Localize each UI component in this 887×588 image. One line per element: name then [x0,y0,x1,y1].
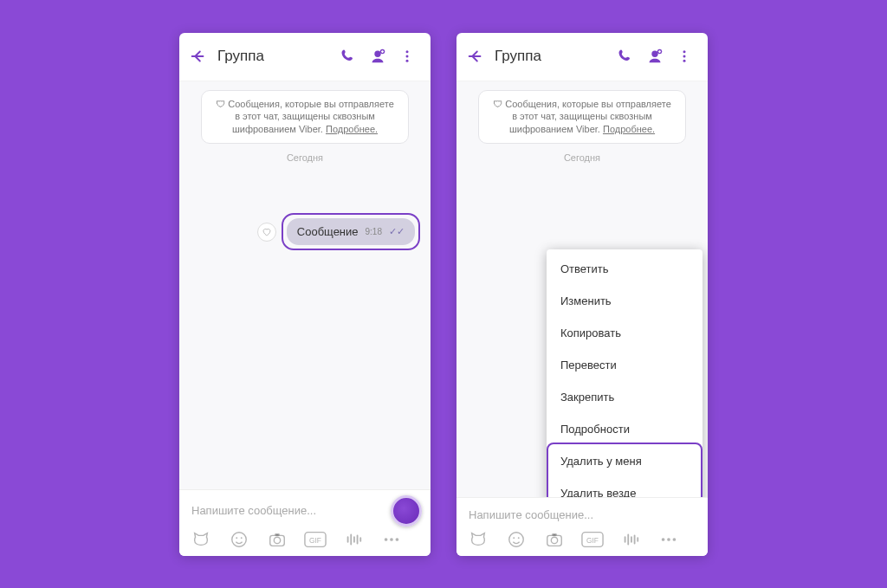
message-row: Сообщение 9:18 ✓✓ [190,213,420,250]
call-button[interactable] [333,42,363,71]
context-menu-item[interactable]: Изменить [547,285,702,317]
svg-point-13 [390,538,393,541]
add-user-icon [368,47,387,66]
message-bubble[interactable]: Сообщение 9:18 ✓✓ [287,218,415,245]
svg-point-7 [241,537,243,539]
svg-point-21 [513,537,515,539]
composer: Напишите сообщение... GIF [179,489,431,556]
audio-bars-icon [621,530,640,549]
heart-icon [262,227,272,237]
voice-button[interactable] [342,530,365,549]
like-button[interactable] [257,223,276,242]
svg-point-2 [406,50,409,53]
more-vertical-icon [677,48,692,64]
gif-button[interactable]: GIF [581,530,604,549]
camera-icon [268,530,287,549]
arrow-left-icon [189,47,208,66]
gif-icon: GIF [581,531,604,548]
context-menu-item[interactable]: Закрепить [547,381,702,413]
svg-point-14 [396,538,399,541]
svg-point-6 [236,537,237,539]
smiley-icon [230,530,249,549]
composer: Напишите сообщение... GIF [456,497,708,556]
context-menu-item[interactable]: Копировать [547,317,702,349]
message-highlight: Сообщение 9:18 ✓✓ [282,213,420,250]
encryption-notice: 🛡 Сообщения, которые вы отправляете в эт… [478,90,686,145]
more-vertical-icon [399,48,415,64]
phone-icon [340,48,357,65]
svg-point-29 [673,538,677,541]
phone-screen-left: Группа 🛡 Сообщения, которые вы отправляе… [179,33,431,556]
smiley-icon [507,530,526,549]
svg-point-3 [406,55,409,58]
camera-button[interactable] [266,530,288,549]
svg-point-24 [551,537,557,543]
add-user-icon [645,47,664,66]
lock-icon: 🛡 [216,99,228,109]
more-button[interactable] [392,42,422,71]
phone-screen-right: Группа 🛡 Сообщения, которые вы отправляе… [456,33,708,556]
svg-point-19 [683,60,686,62]
date-separator: Сегодня [287,152,323,163]
audio-bars-icon [344,530,363,549]
context-menu-item[interactable]: Ответить [547,253,702,285]
svg-point-27 [662,538,665,541]
chat-title: Группа [217,48,333,65]
svg-point-28 [667,538,670,541]
gif-button[interactable]: GIF [304,530,327,549]
dots-icon [382,535,401,544]
lock-icon: 🛡 [493,99,505,109]
svg-point-18 [683,55,686,58]
message-time: 9:18 [366,227,382,236]
date-separator: Сегодня [564,152,600,163]
camera-button[interactable] [543,530,566,549]
svg-point-9 [274,537,280,543]
chat-title: Группа [495,48,611,65]
message-input[interactable]: Напишите сообщение... [465,503,699,527]
svg-point-15 [651,51,657,57]
voice-button[interactable] [619,530,642,549]
dots-icon [659,535,678,544]
message-text: Сообщение [297,225,359,238]
add-user-button[interactable] [363,42,392,71]
more-attach-button[interactable] [657,530,680,549]
back-button[interactable] [185,42,212,70]
back-button[interactable] [462,42,489,70]
svg-text:GIF: GIF [309,535,321,544]
cat-icon [191,530,210,549]
more-button[interactable] [670,42,699,71]
encryption-notice: 🛡 Сообщения, которые вы отправляете в эт… [201,90,409,145]
emoji-button[interactable] [505,530,528,549]
svg-point-4 [406,60,409,62]
context-menu-item[interactable]: Перевести [547,349,702,381]
call-button[interactable] [611,42,640,71]
cat-icon [469,530,488,549]
gif-icon: GIF [304,531,327,548]
camera-icon [545,530,564,549]
context-menu-item[interactable]: Удалить у меня [547,445,702,477]
emoji-button[interactable] [228,530,250,549]
notice-link[interactable]: Подробнее. [603,124,655,134]
add-user-button[interactable] [640,42,670,71]
chat-header: Группа [456,33,708,81]
svg-point-0 [374,51,380,57]
sticker-button[interactable] [467,530,489,549]
arrow-left-icon [466,47,485,66]
phone-icon [617,48,634,65]
svg-point-22 [518,537,520,539]
svg-point-20 [509,532,524,546]
svg-point-12 [385,538,388,541]
chat-body: 🛡 Сообщения, которые вы отправляете в эт… [456,81,708,497]
delivered-icon: ✓✓ [389,226,405,237]
svg-point-5 [232,532,247,546]
send-button[interactable] [391,495,422,527]
context-menu-item[interactable]: Подробности [547,413,702,445]
message-input[interactable]: Напишите сообщение... [188,499,391,522]
context-menu: ОтветитьИзменитьКопироватьПеревестиЗакре… [547,249,702,497]
context-menu-item[interactable]: Удалить везде [547,477,702,497]
more-attach-button[interactable] [380,530,403,549]
svg-point-17 [683,50,686,53]
notice-link[interactable]: Подробнее. [326,124,378,134]
sticker-button[interactable] [190,530,212,549]
chat-body: 🛡 Сообщения, которые вы отправляете в эт… [179,81,431,489]
